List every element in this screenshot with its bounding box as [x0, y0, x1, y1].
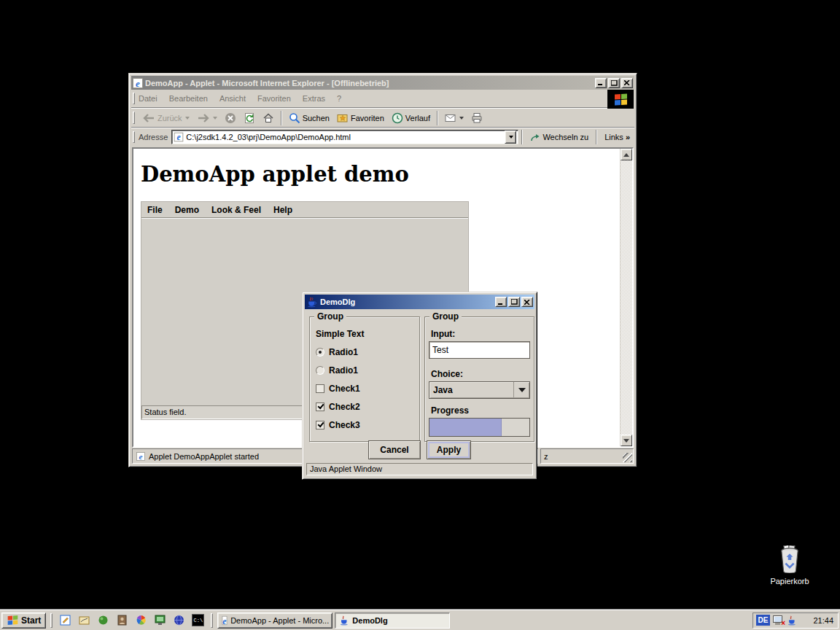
maximize-button[interactable] — [608, 78, 620, 88]
page-icon: e — [174, 133, 184, 142]
ie-titlebar[interactable]: e DemoApp - Applet - Microsoft Internet … — [131, 76, 634, 90]
recycle-bin-label: Papierkorb — [764, 577, 815, 586]
green-monitor-icon[interactable] — [154, 614, 166, 626]
radio-unselected-icon[interactable] — [316, 366, 324, 375]
menu-hilfe[interactable]: ? — [337, 94, 341, 103]
menu-bearbeiten[interactable]: Bearbeiten — [169, 94, 208, 103]
radio-selected-icon[interactable] — [316, 348, 324, 357]
forward-button[interactable] — [193, 112, 221, 125]
task-button-demoapp[interactable]: e DemoApp - Applet - Micro... — [217, 612, 332, 629]
address-dropdown-button[interactable] — [505, 131, 516, 144]
java-tray-icon[interactable] — [787, 615, 797, 626]
scroll-up-button[interactable] — [621, 149, 632, 160]
chevron-down-icon — [518, 388, 526, 392]
menu-extras[interactable]: Extras — [303, 94, 325, 103]
apply-button[interactable]: Apply — [427, 440, 471, 459]
favorites-button[interactable]: Favoriten — [333, 111, 388, 125]
applet-menu-file[interactable]: File — [147, 205, 163, 215]
refresh-button[interactable] — [240, 111, 259, 125]
minimize-button[interactable] — [595, 78, 607, 88]
check1-row[interactable]: Check1 — [316, 384, 360, 394]
taskbar-separator — [50, 613, 52, 628]
menu-favoriten[interactable]: Favoriten — [257, 94, 291, 103]
start-button[interactable]: Start — [1, 612, 46, 629]
group-left-title: Group — [314, 311, 346, 322]
recycle-bin-icon[interactable]: Papierkorb — [764, 545, 815, 586]
taskbar: Start C:\ e DemoApp - Applet - Micro... … — [0, 610, 840, 630]
rebar-grip[interactable] — [133, 131, 135, 144]
task-button-demodlg[interactable]: DemoDlg — [335, 612, 450, 629]
radio1-unselected[interactable]: Radio1 — [316, 365, 358, 376]
simple-text-label: Simple Text — [316, 329, 364, 339]
home-button[interactable] — [259, 111, 278, 125]
demodlg-body: Group Simple Text Radio1 Radio1 Check1 C… — [305, 309, 534, 477]
mail-button[interactable] — [441, 112, 467, 125]
checkbox-unchecked-icon[interactable] — [316, 384, 324, 393]
back-arrow-icon — [142, 113, 155, 123]
close-button[interactable] — [521, 297, 533, 307]
address-label: Adresse — [139, 133, 168, 141]
minimize-button[interactable] — [495, 297, 507, 307]
choice-combobox[interactable]: Java — [429, 381, 530, 399]
combo-arrow-button[interactable] — [513, 382, 529, 398]
links-button[interactable]: Links » — [600, 133, 634, 141]
progress-label: Progress — [431, 405, 469, 416]
applet-menubar: File Demo Look & Feel Help — [141, 202, 468, 218]
green-ball-icon[interactable] — [97, 614, 109, 626]
radio1-selected[interactable]: Radio1 — [316, 347, 358, 357]
links-chevron: » — [626, 133, 630, 141]
vertical-scrollbar[interactable] — [620, 149, 632, 446]
applet-menu-lookfeel[interactable]: Look & Feel — [211, 205, 261, 215]
clock: 21:44 — [813, 616, 835, 625]
menu-ansicht[interactable]: Ansicht — [219, 94, 246, 103]
checkbox-checked-icon[interactable] — [316, 421, 324, 429]
toolbar-separator — [437, 111, 438, 125]
check3-row[interactable]: Check3 — [316, 420, 360, 430]
close-button[interactable] — [621, 78, 633, 88]
search-icon — [289, 112, 300, 124]
ie-logo-icon: e — [133, 78, 143, 88]
cancel-button[interactable]: Cancel — [368, 440, 421, 459]
blue-globe-icon[interactable] — [173, 614, 185, 626]
dos-prompt-icon[interactable]: C:\ — [192, 614, 204, 626]
stop-button[interactable] — [221, 111, 240, 125]
favorites-icon — [337, 112, 349, 123]
demodlg-titlebar[interactable]: DemoDlg — [305, 295, 534, 309]
input-label: Input: — [431, 329, 455, 339]
go-button[interactable]: Wechseln zu — [526, 133, 593, 142]
address-input[interactable] — [186, 133, 502, 141]
color-wheel-icon[interactable] — [135, 614, 147, 626]
signature-icon[interactable] — [78, 614, 90, 626]
check2-row[interactable]: Check2 — [316, 402, 360, 412]
portrait-icon[interactable] — [116, 614, 128, 626]
trash-can-icon — [777, 545, 803, 573]
scroll-down-button[interactable] — [621, 435, 632, 446]
toolbar-separator — [281, 111, 282, 125]
rebar-grip[interactable] — [133, 93, 135, 105]
input-field[interactable] — [429, 341, 530, 359]
up-arrow-icon — [623, 153, 629, 157]
toolbar-separator — [521, 130, 523, 144]
rebar-grip[interactable] — [133, 112, 135, 125]
checkbox-checked-icon[interactable] — [316, 402, 324, 411]
network-offline-icon[interactable]: × — [773, 615, 784, 626]
applet-menu-demo[interactable]: Demo — [175, 205, 199, 215]
group-right-title: Group — [429, 311, 462, 322]
resize-grip[interactable] — [623, 453, 632, 462]
maximize-button[interactable] — [508, 297, 520, 307]
back-button[interactable]: Zurück — [139, 112, 193, 125]
menu-datei[interactable]: Datei — [139, 94, 158, 103]
history-button[interactable]: Verlauf — [388, 111, 434, 125]
search-button[interactable]: Suchen — [285, 111, 333, 125]
system-tray: DE × 21:44 — [752, 612, 839, 629]
applet-menu-help[interactable]: Help — [273, 205, 292, 215]
refresh-icon — [244, 112, 255, 124]
java-cup-icon — [306, 297, 317, 308]
new-document-icon[interactable] — [59, 614, 71, 626]
java-cup-icon — [339, 615, 349, 626]
ie-menubar: Datei Bearbeiten Ansicht Favoriten Extra… — [131, 90, 607, 108]
page-title: DemoApp applet demo — [141, 162, 409, 187]
language-indicator[interactable]: DE — [756, 615, 770, 626]
print-button[interactable] — [467, 111, 486, 125]
go-icon — [530, 133, 540, 142]
